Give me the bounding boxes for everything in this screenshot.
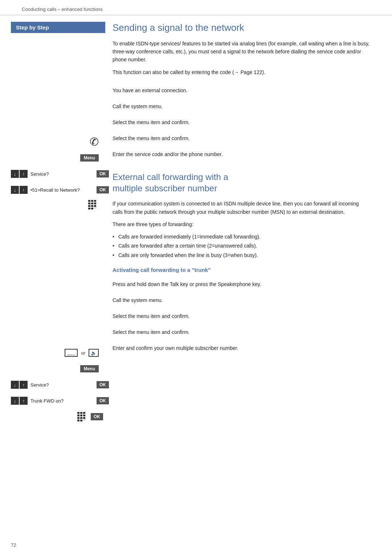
instruction-keypad-1: Enter the service code and/or the phone …: [113, 148, 370, 160]
keypad-icon-row-1: ☞: [11, 200, 109, 212]
menu-btn-row-2: Menu: [11, 363, 109, 375]
instruction-recall: Select the menu item and confirm.: [113, 132, 370, 144]
instruction-keypad-ok: Enter and confirm your own multiple subs…: [113, 342, 370, 354]
arrow-down-trunk[interactable]: ↓: [11, 397, 19, 405]
nav-arrows-1[interactable]: ↓ ↑: [11, 170, 28, 178]
bullet-item-3: Calls are only forwarded when the line i…: [113, 252, 370, 260]
menu-button-1[interactable]: Menu: [80, 154, 99, 162]
instruction-text-keypad-ok: Enter and confirm your own multiple subs…: [113, 345, 238, 351]
sidebar: Step by Step ✆ Menu ↓ ↑ Service? OK: [0, 15, 113, 427]
instruction-text-keypad-1: Enter the service code and/or the phone …: [113, 151, 223, 157]
section1-title: Sending a signal to the network: [113, 22, 370, 34]
subheading: Activating call forwarding to a "trunk": [113, 267, 370, 273]
recall-nav-row: ↓ ↑ •51=Recall to Network? OK: [11, 184, 109, 196]
talk-speaker-row: ⎯⎯ ⎯ or 🔈: [11, 347, 109, 359]
ok-btn-trunk[interactable]: OK: [97, 397, 109, 404]
section1-body2: This function can also be called by ente…: [113, 68, 370, 76]
page-wrap: Conducting calls – enhanced functions St…: [0, 0, 392, 555]
menu-btn-row-1: Menu: [11, 152, 109, 164]
section2-title: External call forwarding with a multiple…: [113, 171, 370, 194]
instruction-text-menu-1: Call the system menu.: [113, 103, 163, 109]
ok-btn-recall[interactable]: OK: [97, 186, 109, 193]
svg-rect-13: [80, 412, 82, 414]
nav-arrows-recall[interactable]: ↓ ↑: [11, 186, 28, 194]
svg-rect-19: [80, 417, 82, 419]
section2-body2: There are three types of forwarding:: [113, 220, 370, 228]
nav-arrows-trunk[interactable]: ↓ ↑: [11, 397, 28, 405]
breadcrumb: Conducting calls – enhanced functions: [0, 0, 392, 15]
svg-rect-3: [88, 203, 90, 204]
section1-body1: To enable ISDN-type services/ features t…: [113, 40, 370, 64]
keypad-icon-2: ☞: [77, 412, 88, 422]
svg-rect-17: [83, 415, 85, 416]
trunk-label: Trunk FWD on?: [29, 398, 95, 404]
service-label-1: Service?: [29, 171, 95, 177]
page-number: 72: [11, 542, 16, 548]
svg-rect-4: [91, 203, 93, 204]
menu-button-2[interactable]: Menu: [80, 365, 99, 372]
instruction-menu-1: Call the system menu.: [113, 100, 370, 113]
phone-icon: ✆: [90, 135, 99, 148]
service-nav-row-2: ↓ ↑ Service? OK: [11, 379, 109, 391]
svg-rect-22: [80, 420, 82, 421]
or-label: or: [81, 350, 85, 356]
arrow-down-1[interactable]: ↓: [11, 170, 19, 178]
arrow-up-1[interactable]: ↑: [20, 170, 28, 178]
section2-body1: If your communication system is connecte…: [113, 200, 370, 216]
recall-label: •51=Recall to Network?: [29, 187, 95, 193]
arrow-down-2[interactable]: ↓: [11, 381, 19, 389]
svg-rect-15: [77, 415, 79, 416]
instruction-service-2: Select the menu item and confirm.: [113, 310, 370, 322]
svg-rect-18: [77, 417, 79, 419]
keypad-icon-1: ☞: [88, 200, 99, 212]
instruction-talk-speaker: Press and hold down the Talk key or pres…: [113, 278, 370, 290]
svg-rect-21: [77, 420, 79, 421]
svg-rect-12: [77, 412, 79, 414]
service-label-2: Service?: [29, 382, 95, 388]
bullet-item-2: Calls are forwarded after a certain time…: [113, 242, 370, 250]
ok-btn-2[interactable]: OK: [97, 381, 109, 388]
instruction-text-talk-speaker: Press and hold down the Talk key or pres…: [113, 281, 261, 287]
svg-rect-9: [88, 208, 90, 209]
instruction-text-recall: Select the menu item and confirm.: [113, 135, 189, 141]
arrow-down-recall[interactable]: ↓: [11, 186, 19, 194]
svg-rect-16: [80, 415, 82, 416]
svg-rect-6: [88, 205, 90, 207]
svg-rect-5: [94, 203, 96, 204]
step-by-step-banner: Step by Step: [11, 22, 105, 33]
svg-rect-0: [88, 200, 90, 202]
arrow-up-trunk[interactable]: ↑: [20, 397, 28, 405]
svg-text:☞: ☞: [83, 418, 86, 422]
instruction-menu-2: Call the system menu.: [113, 294, 370, 306]
nav-arrows-2[interactable]: ↓ ↑: [11, 381, 28, 389]
service-nav-row-1: ↓ ↑ Service? OK: [11, 168, 109, 180]
instruction-text-menu-2: Call the system menu.: [113, 297, 163, 303]
ok-btn-1[interactable]: OK: [97, 170, 109, 177]
instruction-text-trunk: Select the menu item and confirm.: [113, 329, 189, 335]
instruction-text-service-2: Select the menu item and confirm.: [113, 313, 189, 319]
svg-text:☞: ☞: [94, 206, 97, 210]
svg-rect-1: [91, 200, 93, 202]
talk-key-icon: ⎯⎯ ⎯: [65, 349, 78, 357]
svg-rect-10: [91, 208, 93, 209]
instruction-text-phone: You have an external connection.: [113, 87, 188, 93]
svg-rect-7: [91, 205, 93, 207]
main-content: Sending a signal to the network To enabl…: [113, 15, 392, 427]
bullet-list: Calls are forwarded immediately (1=immed…: [113, 233, 370, 260]
svg-rect-2: [94, 200, 96, 202]
arrow-up-2[interactable]: ↑: [20, 381, 28, 389]
instruction-trunk: Select the menu item and confirm.: [113, 326, 370, 338]
phone-icon-row: ✆: [11, 135, 109, 148]
ok-btn-keypad[interactable]: OK: [91, 413, 103, 420]
keypad-ok-row: ☞ OK: [11, 411, 109, 423]
trunk-nav-row: ↓ ↑ Trunk FWD on? OK: [11, 395, 109, 407]
instruction-text-service-1: Select the menu item and confirm.: [113, 119, 189, 125]
speaker-key-icon: 🔈: [89, 349, 99, 357]
svg-rect-14: [83, 412, 85, 414]
arrow-up-recall[interactable]: ↑: [20, 186, 28, 194]
instruction-service-1: Select the menu item and confirm.: [113, 116, 370, 128]
bullet-item-1: Calls are forwarded immediately (1=immed…: [113, 233, 370, 241]
instruction-phone: You have an external connection.: [113, 84, 370, 97]
